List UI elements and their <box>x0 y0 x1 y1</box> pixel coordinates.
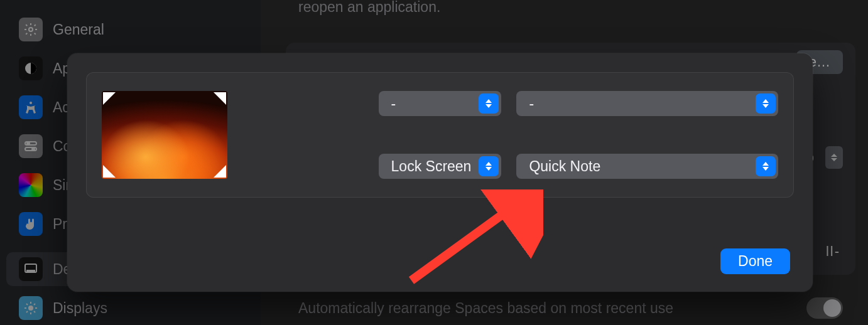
corner-indicator-bl-icon <box>103 165 116 178</box>
gear-icon <box>19 18 43 41</box>
corner-indicator-tl-icon <box>103 92 116 105</box>
auto-rearrange-toggle[interactable] <box>806 297 843 319</box>
popup-value: Lock Screen <box>391 158 472 175</box>
done-label: Done <box>738 253 773 269</box>
popup-value: - <box>391 95 396 112</box>
hot-corner-bottom-left-select[interactable]: Lock Screen <box>379 154 502 179</box>
accessibility-icon <box>19 95 43 119</box>
screen-thumbnail <box>102 91 227 179</box>
stepper-icon[interactable] <box>825 146 843 169</box>
svg-point-9 <box>28 306 33 311</box>
auto-rearrange-label: Automatically rearrange Spaces based on … <box>298 300 673 317</box>
sidebar-item-displays[interactable]: Displays <box>6 291 254 325</box>
popup-arrows-icon <box>479 93 499 114</box>
popup-arrows-icon <box>479 156 499 176</box>
hot-corner-bottom-right-select[interactable]: Quick Note <box>516 154 778 179</box>
hot-corner-top-left-select[interactable]: - <box>379 91 502 116</box>
corner-indicator-tr-icon <box>214 92 226 105</box>
desktop-dock-icon <box>19 257 43 281</box>
hand-icon <box>19 212 43 236</box>
svg-rect-8 <box>27 270 35 272</box>
hot-corner-top-right-select[interactable]: - <box>516 91 778 116</box>
svg-point-0 <box>29 28 33 31</box>
popup-arrows-icon <box>756 93 776 114</box>
reopen-hint-text: reopen an application. <box>298 0 440 16</box>
siri-icon <box>19 173 43 197</box>
appearance-icon <box>19 56 43 80</box>
svg-point-6 <box>32 148 35 151</box>
done-button[interactable]: Done <box>720 248 790 274</box>
hot-corners-dialog: - - Lock Screen Quick Note Done <box>67 53 813 292</box>
corner-indicator-br-icon <box>214 165 226 178</box>
wallpaper-preview <box>102 91 227 179</box>
sidebar-label: Displays <box>53 300 107 317</box>
popup-arrows-icon <box>756 156 776 176</box>
svg-point-5 <box>27 142 30 145</box>
truncated-text-ll: ll- <box>826 243 840 260</box>
control-center-icon <box>19 134 43 158</box>
svg-point-2 <box>30 102 32 104</box>
sidebar-label: General <box>53 21 104 38</box>
popup-value: Quick Note <box>529 158 600 175</box>
displays-icon <box>19 296 43 320</box>
sidebar-item-general[interactable]: General <box>6 13 254 46</box>
popup-value: - <box>529 95 534 112</box>
hot-corners-grid: - - Lock Screen Quick Note <box>86 72 794 198</box>
